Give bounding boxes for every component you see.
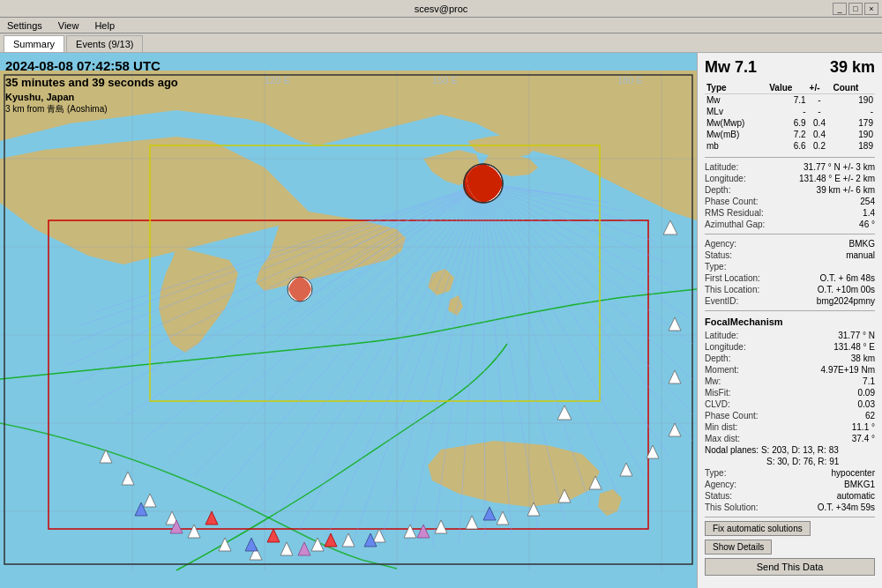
tab-events[interactable]: Events (9/13) bbox=[66, 35, 143, 52]
nodal-planes-1: Nodal planes: S: 203, D: 13, R: 83 bbox=[705, 444, 875, 456]
menu-help[interactable]: Help bbox=[91, 19, 118, 32]
agency-detail-row: Status:manual bbox=[705, 249, 875, 261]
focal-details: Latitude:31.77 ° NLongitude:131.48 ° EDe… bbox=[705, 330, 875, 444]
svg-text:120 E: 120 E bbox=[265, 75, 290, 86]
col-pm: +/- bbox=[808, 82, 832, 94]
event-ago: 35 minutes and 39 seconds ago bbox=[5, 76, 178, 89]
agency-detail-row: EventID:bmg2024pmny bbox=[705, 295, 875, 307]
menubar: Settings View Help bbox=[0, 18, 882, 33]
maximize-button[interactable]: □ bbox=[848, 3, 863, 15]
divider-1 bbox=[705, 157, 875, 158]
divider-4 bbox=[705, 517, 875, 517]
agency-detail-row: First Location:O.T. + 6m 48s bbox=[705, 272, 875, 284]
col-count: Count bbox=[831, 82, 875, 94]
focal-agency-details: Type:hypocenterAgency:BMKG1Status:automa… bbox=[705, 467, 875, 513]
focal-detail-row: Mw:7.1 bbox=[705, 376, 875, 387]
event-summary-header: Mw 7.1 39 km bbox=[705, 58, 875, 77]
magnitude-row: Mw7.1-190 bbox=[705, 94, 875, 107]
tabbar: Summary Events (9/13) bbox=[0, 33, 882, 53]
focal-detail-row: Longitude:131.48 ° E bbox=[705, 341, 875, 353]
focal-agency-row: This Solution:O.T. +34m 59s bbox=[705, 502, 875, 513]
focal-detail-row: Max dist:37.4 ° bbox=[705, 433, 875, 444]
nodal-planes-2: S: 30, D: 76, R: 91 bbox=[705, 456, 875, 467]
magnitude-row: MLv--- bbox=[705, 106, 875, 117]
focal-detail-row: CLVD:0.03 bbox=[705, 398, 875, 410]
focal-detail-row: Depth:38 km bbox=[705, 353, 875, 364]
location-details: Latitude:31.77 ° N +/- 3 kmLongitude:131… bbox=[705, 161, 875, 230]
location-detail-row: Latitude:31.77 ° N +/- 3 km bbox=[705, 161, 875, 173]
map-area[interactable]: 120 E 150 E 180 E bbox=[0, 53, 697, 588]
window-controls[interactable]: _ □ × bbox=[833, 3, 878, 15]
focal-detail-row: Moment:4.97E+19 Nm bbox=[705, 364, 875, 376]
show-details-button[interactable]: Show Details bbox=[705, 540, 772, 555]
focal-detail-row: MisFit:0.09 bbox=[705, 387, 875, 398]
divider-2 bbox=[705, 234, 875, 234]
agency-detail-row: Type: bbox=[705, 261, 875, 272]
mw-display: Mw 7.1 bbox=[705, 58, 757, 77]
minimize-button[interactable]: _ bbox=[833, 3, 847, 15]
magnitude-row: Mw(mB)7.20.4190 bbox=[705, 129, 875, 140]
focal-agency-row: Type:hypocenter bbox=[705, 467, 875, 479]
focal-detail-row: Latitude:31.77 ° N bbox=[705, 330, 875, 341]
menu-view[interactable]: View bbox=[55, 19, 83, 32]
event-region: Kyushu, Japan bbox=[5, 92, 74, 102]
info-panel: Mw 7.1 39 km Type Value +/- Count Mw7.1-… bbox=[697, 53, 882, 588]
fix-automatic-button[interactable]: Fix automatic solutions bbox=[705, 521, 811, 536]
depth-display: 39 km bbox=[830, 58, 875, 77]
focal-detail-row: Phase Count:62 bbox=[705, 410, 875, 421]
col-value: Value bbox=[767, 82, 807, 94]
window-title: scesv@proc bbox=[415, 4, 468, 14]
location-detail-row: Azimuthal Gap:46 ° bbox=[705, 219, 875, 230]
focal-detail-row: Min dist:11.1 ° bbox=[705, 421, 875, 433]
location-detail-row: Longitude:131.48 ° E +/- 2 km bbox=[705, 173, 875, 184]
send-data-button[interactable]: Send This Data bbox=[705, 558, 875, 576]
svg-text:180 E: 180 E bbox=[617, 75, 643, 86]
magnitude-table: Type Value +/- Count Mw7.1-190MLv---Mw(M… bbox=[705, 82, 875, 152]
agency-detail-row: This Location:O.T. +10m 00s bbox=[705, 284, 875, 295]
event-distance: 3 km from 青島 (Aoshima) bbox=[5, 103, 108, 115]
col-type: Type bbox=[705, 82, 767, 94]
bottom-buttons: Fix automatic solutions Show Details bbox=[705, 521, 875, 555]
location-detail-row: Depth:39 km +/- 6 km bbox=[705, 184, 875, 196]
magnitude-row: mb6.60.2189 bbox=[705, 140, 875, 152]
focal-agency-row: Status:automatic bbox=[705, 490, 875, 502]
agency-detail-row: Agency:BMKG bbox=[705, 238, 875, 249]
agency-details: Agency:BMKGStatus:manualType:First Locat… bbox=[705, 238, 875, 307]
location-detail-row: RMS Residual:1.4 bbox=[705, 207, 875, 219]
close-button[interactable]: × bbox=[864, 3, 878, 15]
event-datetime: 2024-08-08 07:42:58 UTC bbox=[5, 58, 161, 73]
divider-3 bbox=[705, 310, 875, 311]
magnitude-row: Mw(Mwp)6.90.4179 bbox=[705, 117, 875, 129]
location-detail-row: Phase Count:254 bbox=[705, 196, 875, 207]
focal-agency-row: Agency:BMKG1 bbox=[705, 479, 875, 490]
tab-summary[interactable]: Summary bbox=[4, 35, 64, 52]
main-layout: 120 E 150 E 180 E bbox=[0, 53, 882, 588]
menu-settings[interactable]: Settings bbox=[4, 19, 46, 32]
svg-text:150 E: 150 E bbox=[432, 75, 458, 86]
focal-mechanism-title: FocalMechanism bbox=[705, 316, 875, 327]
titlebar: scesv@proc _ □ × bbox=[0, 0, 882, 18]
